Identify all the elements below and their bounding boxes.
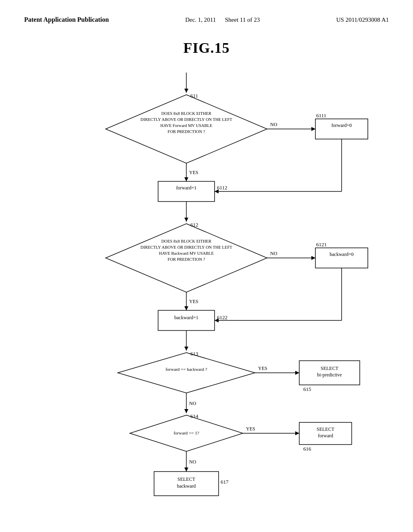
svg-rect-8 (158, 181, 215, 202)
no-label-612: NO (270, 251, 277, 256)
node614-text: forward == 1? (173, 430, 199, 435)
node6122-text: backward=1 (174, 315, 198, 320)
node612-text4: FOR PREDICTION ? (168, 257, 205, 262)
svg-marker-31 (184, 409, 188, 413)
node6121-text: backward=0 (330, 251, 353, 257)
node612-text3: HAVE Backward MV USABLE (159, 251, 214, 256)
node611-text3: HAVE Forward MV USABLE (161, 123, 213, 128)
node6121-label: 6121 (316, 241, 327, 247)
svg-marker-26 (118, 353, 255, 393)
yes-label-612: YES (189, 299, 198, 304)
node611-text: DOES 8x8 BLOCK EITHER (161, 111, 211, 116)
figure-title: FIG.15 (0, 39, 413, 56)
node612-text: DOES 8x8 BLOCK EITHER (161, 239, 211, 243)
no-label-614: NO (189, 459, 196, 465)
page: Patent Application Publication Dec. 1, 2… (0, 0, 413, 532)
patent-number-label: US 2011/0293008 A1 (336, 17, 389, 23)
node615-text2: bi-predictive (317, 372, 342, 378)
node617-text: SELECT (177, 476, 196, 482)
node615-label: 615 (303, 386, 311, 392)
node611-label: 611 (190, 93, 198, 99)
svg-marker-34 (295, 431, 299, 435)
svg-marker-25 (184, 347, 188, 351)
node614-label: 614 (190, 413, 198, 419)
no-label-611: NO (270, 122, 277, 127)
svg-rect-20 (158, 310, 215, 330)
yes-label-613: YES (258, 366, 267, 371)
node611-text2: DIRECTLY ABOVE OR DIRECTLY ON THE LEFT (140, 117, 232, 122)
node616-text: SELECT (317, 426, 335, 432)
yes-label-614: YES (246, 426, 255, 432)
svg-rect-5 (315, 119, 368, 139)
node617-label: 617 (221, 479, 229, 485)
svg-marker-28 (295, 371, 299, 375)
svg-marker-23 (215, 318, 219, 322)
node612-text2: DIRECTLY ABOVE OR DIRECTLY ON THE LEFT (140, 245, 232, 249)
node6111-text: forward=0 (332, 123, 352, 128)
svg-marker-1 (184, 89, 188, 93)
yes-label-611: YES (189, 170, 198, 175)
svg-marker-2 (106, 95, 267, 163)
node613-text: forward == backward ? (165, 367, 207, 372)
publication-label: Patent Application Publication (24, 16, 109, 23)
node6111-label: 6111 (316, 112, 326, 118)
svg-marker-19 (184, 306, 188, 310)
node616-label: 616 (303, 446, 311, 452)
svg-marker-11 (215, 189, 219, 193)
node615-text: SELECT (321, 366, 339, 371)
node617-text2: backward (177, 483, 196, 489)
date-label: Dec. 1, 2011 Sheet 11 of 23 (109, 17, 336, 23)
node616-text2: forward (318, 433, 333, 438)
svg-marker-13 (184, 218, 188, 222)
node6112-text: forward=1 (176, 185, 197, 191)
svg-rect-17 (315, 248, 368, 268)
svg-marker-37 (184, 468, 188, 472)
svg-marker-16 (311, 256, 315, 260)
node611-text4: FOR PREDICTION ? (168, 129, 205, 134)
no-label-613: NO (189, 401, 196, 406)
node613-label: 613 (190, 351, 198, 357)
svg-marker-7 (184, 177, 188, 181)
svg-marker-4 (311, 127, 315, 131)
node612-label: 612 (190, 222, 198, 228)
page-header: Patent Application Publication Dec. 1, 2… (0, 0, 413, 27)
flowchart-diagram: 611 DOES 8x8 BLOCK EITHER DIRECTLY ABOVE… (25, 64, 388, 508)
